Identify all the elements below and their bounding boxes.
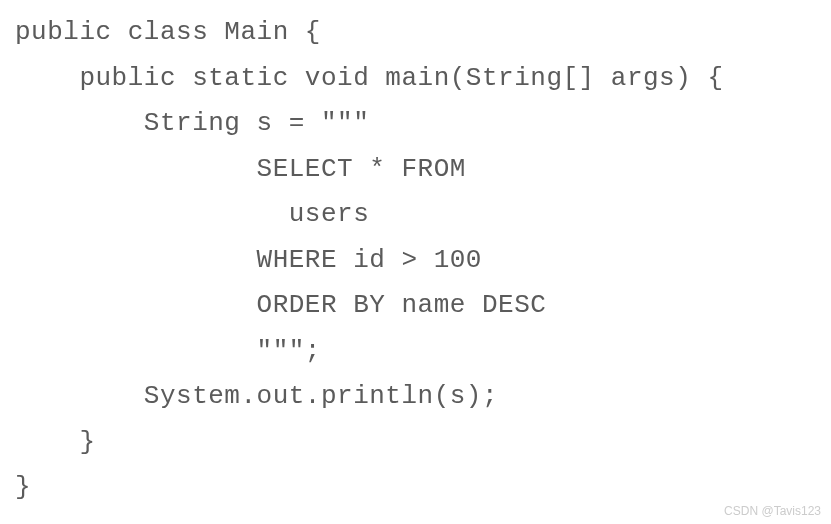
code-snippet: public class Main { public static void m… xyxy=(15,10,816,511)
watermark: CSDN @Tavis123 xyxy=(724,504,821,518)
code-line-4: SELECT * FROM xyxy=(15,154,466,184)
code-line-8: """; xyxy=(15,336,321,366)
code-line-3: String s = """ xyxy=(15,108,369,138)
code-line-9: System.out.println(s); xyxy=(15,381,498,411)
code-line-11: } xyxy=(15,472,31,502)
code-line-1: public class Main { xyxy=(15,17,321,47)
code-line-10: } xyxy=(15,427,96,457)
code-line-5: users xyxy=(15,199,369,229)
code-line-2: public static void main(String[] args) { xyxy=(15,63,724,93)
code-line-6: WHERE id > 100 xyxy=(15,245,482,275)
code-line-7: ORDER BY name DESC xyxy=(15,290,546,320)
